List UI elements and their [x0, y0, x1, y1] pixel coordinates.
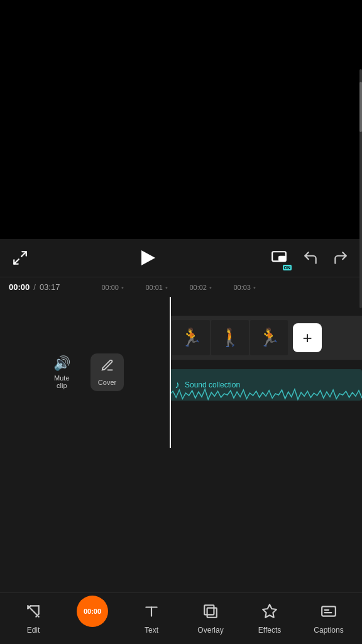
- svg-rect-13: [207, 608, 217, 617]
- marker-3: 00:03: [233, 284, 277, 291]
- scrollbar[interactable]: [359, 69, 362, 308]
- overlay-label: Overlay: [197, 626, 223, 635]
- timecode-separator: /: [33, 282, 36, 292]
- toolbar-effects[interactable]: Effects: [251, 599, 288, 638]
- time-display: 00:00: [84, 608, 101, 615]
- controls-bar: ON: [0, 239, 362, 277]
- toolbar-time[interactable]: 00:00 00:00: [74, 601, 111, 637]
- cover-button[interactable]: Cover: [90, 353, 124, 391]
- captions-icon: [321, 603, 337, 622]
- cover-icon: [101, 358, 114, 376]
- video-thumb-3: 🏃: [250, 320, 288, 355]
- play-icon: [141, 250, 155, 265]
- timecode-bar: 00:00 / 03:17 00:00 00:01 00:02 00:03: [0, 277, 362, 297]
- marker-1: 00:01: [145, 284, 189, 291]
- video-track[interactable]: 🏃 🚶 🏃 +: [170, 316, 362, 360]
- play-button[interactable]: [137, 247, 160, 269]
- marker-2: 00:02: [189, 284, 233, 291]
- top-bar: [0, 0, 362, 69]
- pip-button[interactable]: ON: [268, 247, 290, 269]
- video-thumb-2: 🚶: [211, 320, 249, 355]
- timecode-current: 00:00: [9, 282, 30, 292]
- pip-on-badge: ON: [283, 265, 292, 270]
- text-icon: [143, 603, 160, 622]
- svg-rect-15: [322, 606, 336, 616]
- svg-line-0: [21, 252, 26, 257]
- timeline-markers: 00:00 00:01 00:02 00:03: [101, 284, 277, 291]
- toolbar-overlay[interactable]: Overlay: [192, 599, 229, 638]
- svg-rect-3: [279, 257, 285, 261]
- timeline-left-panel: 🔊 Muteclip Cover: [0, 297, 170, 448]
- mute-clip-button[interactable]: 🔊 Muteclip: [46, 350, 78, 394]
- text-label: Text: [145, 626, 158, 635]
- fullscreen-icon[interactable]: [11, 249, 29, 267]
- svg-line-1: [14, 259, 19, 264]
- cover-label: Cover: [98, 379, 116, 386]
- edit-label: Edit: [27, 626, 40, 635]
- stick-figure-3: 🏃: [258, 329, 280, 347]
- toolbar-text[interactable]: Text: [133, 599, 170, 638]
- timecode-total: 03:17: [40, 282, 60, 292]
- sound-track[interactable]: ♪ Sound collection: [170, 369, 362, 401]
- stick-figure-2: 🚶: [219, 329, 241, 347]
- undo-button[interactable]: [300, 248, 321, 268]
- mute-icon: 🔊: [53, 355, 70, 372]
- stick-figure-1: 🏃: [180, 329, 202, 347]
- overlay-icon: [202, 603, 219, 622]
- scrollbar-thumb: [359, 82, 362, 132]
- svg-line-6: [28, 606, 38, 616]
- captions-label: Captions: [314, 626, 343, 635]
- marker-0: 00:00: [101, 284, 145, 291]
- effects-icon: [261, 603, 278, 622]
- mute-clip-label: Muteclip: [54, 374, 69, 389]
- time-circle: 00:00: [77, 596, 108, 627]
- video-thumb-1: 🏃: [172, 320, 210, 355]
- bottom-toolbar: Edit 00:00 00:00 Text: [0, 592, 362, 644]
- toolbar-captions[interactable]: Captions: [310, 599, 348, 638]
- svg-marker-14: [263, 604, 277, 618]
- playhead: [170, 297, 171, 448]
- video-preview: [0, 69, 362, 239]
- add-clip-button[interactable]: +: [293, 323, 322, 352]
- toolbar-edit[interactable]: Edit: [14, 599, 52, 638]
- redo-button[interactable]: [331, 248, 351, 268]
- effects-label: Effects: [258, 626, 281, 635]
- edit-icon: [25, 603, 41, 622]
- timeline-area: 🔊 Muteclip Cover 🏃 🚶: [0, 297, 362, 448]
- svg-rect-12: [204, 605, 214, 614]
- waveform: [170, 388, 362, 401]
